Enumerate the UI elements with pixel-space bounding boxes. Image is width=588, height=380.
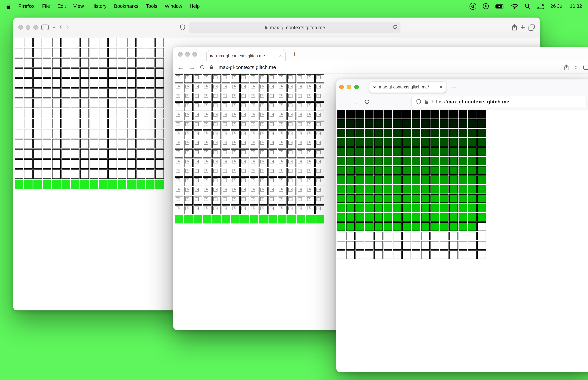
- close-button[interactable]: [178, 52, 183, 56]
- new-tab-icon[interactable]: +: [520, 23, 525, 31]
- canvas-tile: [231, 168, 240, 177]
- tab-overview-icon[interactable]: [529, 24, 535, 30]
- menu-tools[interactable]: Tools: [146, 3, 157, 9]
- grammarly-icon[interactable]: G: [469, 3, 476, 10]
- minimize-button[interactable]: [347, 85, 351, 89]
- canvas-tile: [146, 88, 154, 98]
- media-play-icon[interactable]: [482, 3, 489, 9]
- new-tab-icon[interactable]: +: [292, 50, 297, 57]
- canvas-tile: [175, 102, 183, 111]
- chevron-down-icon[interactable]: [52, 26, 56, 29]
- broken-image-icon: [195, 169, 199, 173]
- canvas-row: [337, 110, 588, 118]
- wifi-icon[interactable]: [511, 3, 518, 9]
- menu-edit[interactable]: Edit: [57, 3, 66, 9]
- canvas-tile: [80, 99, 89, 108]
- reload-icon[interactable]: [364, 99, 370, 105]
- control-center-icon[interactable]: [536, 3, 544, 9]
- menu-history[interactable]: History: [91, 3, 107, 9]
- canvas-tile: [402, 166, 411, 175]
- reload-icon[interactable]: [200, 64, 205, 70]
- tracking-shield-icon[interactable]: [416, 99, 421, 105]
- broken-image-icon: [204, 132, 208, 135]
- broken-image-icon: [270, 207, 274, 210]
- forward-icon[interactable]: →: [189, 64, 195, 70]
- minimize-button[interactable]: [185, 52, 190, 56]
- menubar-time[interactable]: 10:32: [570, 3, 582, 9]
- broken-image-icon: [298, 178, 302, 182]
- url-text[interactable]: max-gl-contexts.glitch.me: [219, 64, 276, 70]
- canvas-tile: [259, 158, 268, 167]
- canvas-tile: [355, 157, 364, 165]
- canvas-tile: [127, 88, 136, 98]
- canvas-tile: [231, 149, 240, 158]
- menubar-date[interactable]: 26 Jul: [550, 3, 563, 9]
- zoom-button[interactable]: [33, 25, 38, 30]
- new-tab-icon[interactable]: +: [452, 83, 456, 91]
- canvas-tile: [468, 232, 477, 240]
- canvas-tile: [374, 110, 383, 118]
- zoom-button[interactable]: [354, 85, 359, 89]
- url-bar[interactable]: max-gl-contexts.glitch.me: [189, 22, 400, 33]
- tab[interactable]: ∞ max-gl-contexts.glitch.me/ ×: [369, 81, 446, 92]
- menu-help[interactable]: Help: [190, 3, 200, 9]
- spotlight-icon[interactable]: [525, 3, 530, 9]
- close-button[interactable]: [18, 25, 23, 30]
- broken-image-icon: [260, 169, 265, 173]
- broken-image-icon: [270, 132, 274, 135]
- tab[interactable]: ∞ max-gl-contexts.glitch.me ×: [206, 50, 286, 61]
- broken-image-icon: [204, 178, 208, 182]
- broken-image-icon: [185, 150, 189, 154]
- zoom-button[interactable]: [192, 52, 197, 56]
- canvas-tile: [374, 166, 383, 175]
- menu-file[interactable]: File: [42, 3, 50, 9]
- firefox-tabbar: ∞ max-gl-contexts.glitch.me/ × +: [336, 79, 588, 95]
- reload-icon[interactable]: [392, 24, 398, 30]
- canvas-tile: [108, 180, 117, 189]
- lock-icon[interactable]: [424, 99, 428, 104]
- broken-image-icon: [298, 160, 302, 163]
- broken-image-icon: [317, 94, 321, 98]
- canvas-tile: [477, 110, 486, 118]
- canvas-tile: [118, 88, 126, 98]
- canvas-tile: [15, 48, 23, 57]
- battery-icon[interactable]: [495, 4, 505, 8]
- url-bar[interactable]: https://max-gl-contexts.glitch.me: [412, 96, 586, 107]
- close-tab-icon[interactable]: ×: [279, 53, 282, 58]
- canvas-tile: [136, 99, 145, 108]
- minimize-button[interactable]: [26, 25, 30, 30]
- broken-image-icon: [213, 103, 217, 107]
- sidebar-icon[interactable]: [41, 24, 49, 30]
- back-icon[interactable]: ‹: [59, 22, 62, 32]
- close-button[interactable]: [340, 85, 344, 89]
- menu-view[interactable]: View: [73, 3, 84, 9]
- menu-window[interactable]: Window: [165, 3, 182, 9]
- share-icon[interactable]: [512, 24, 517, 31]
- canvas-tile: [306, 131, 315, 139]
- canvas-tile: [355, 194, 364, 203]
- close-tab-icon[interactable]: ×: [439, 84, 442, 90]
- canvas-tile: [459, 232, 467, 240]
- canvas-tile: [430, 185, 439, 193]
- canvas-tile: [421, 241, 430, 250]
- broken-image-icon: [176, 122, 180, 126]
- url-text: max-gl-contexts.glitch.me: [270, 24, 325, 30]
- broken-image-icon: [195, 75, 199, 79]
- apple-menu-icon[interactable]: [6, 3, 11, 9]
- canvas-tile: [421, 157, 430, 165]
- forward-icon[interactable]: →: [353, 99, 359, 105]
- back-icon[interactable]: ←: [178, 64, 184, 70]
- canvas-tile: [374, 204, 383, 212]
- share-icon[interactable]: [564, 64, 569, 70]
- back-icon[interactable]: ←: [341, 99, 347, 105]
- menu-bookmarks[interactable]: Bookmarks: [114, 3, 138, 9]
- bookmark-star-icon[interactable]: ☆: [573, 64, 579, 70]
- privacy-shield-icon[interactable]: [180, 24, 185, 30]
- canvas-tile: [193, 74, 202, 83]
- canvas-tile: [184, 74, 193, 83]
- lock-icon[interactable]: [209, 65, 213, 70]
- app-menu-firefox[interactable]: Firefox: [18, 3, 35, 9]
- canvas-tile: [43, 58, 51, 68]
- extensions-icon[interactable]: [583, 64, 588, 70]
- forward-icon[interactable]: ›: [66, 22, 69, 32]
